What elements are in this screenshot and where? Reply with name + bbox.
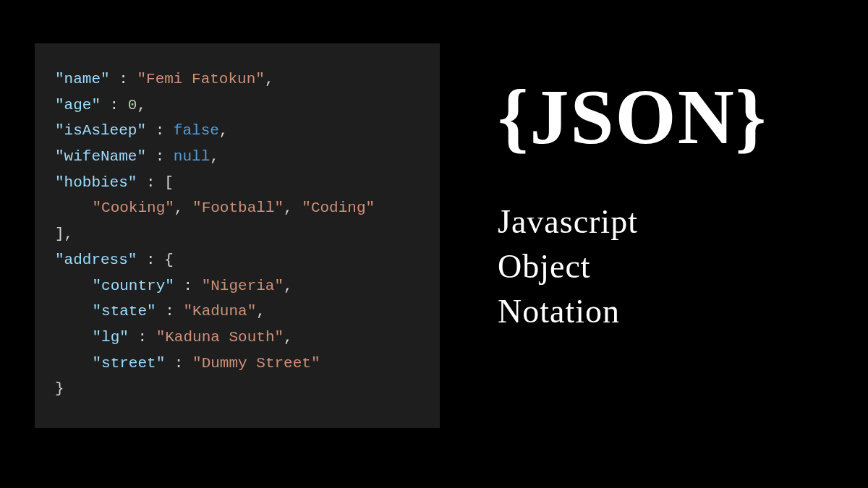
- code-line-name: "name" : "Femi Fatokun",: [55, 67, 420, 93]
- json-key: "country": [92, 278, 174, 294]
- code-line-hobbies-close: ],: [55, 221, 420, 247]
- json-value: "Kaduna": [183, 303, 256, 320]
- json-value: "Nigeria": [202, 278, 284, 294]
- json-key: "name": [55, 71, 110, 87]
- code-line-isasleep: "isAsleep" : false,: [55, 118, 420, 144]
- json-key: "street": [92, 355, 165, 372]
- title-panel: {JSON} Javascript Object Notation: [440, 35, 833, 334]
- code-line-hobbies-items: "Cooking", "Football", "Coding": [55, 195, 420, 221]
- subtitle-line: Object: [498, 244, 833, 289]
- json-value: "Coding": [302, 200, 375, 216]
- code-panel: "name" : "Femi Fatokun", "age" : 0, "isA…: [35, 43, 440, 428]
- json-key: "wifeName": [55, 148, 146, 165]
- code-line-address-close: }: [55, 376, 420, 402]
- code-line-country: "country" : "Nigeria",: [55, 273, 420, 299]
- json-key: "age": [55, 97, 101, 114]
- code-line-hobbies-open: "hobbies" : [: [55, 170, 420, 196]
- json-value: false: [174, 122, 219, 139]
- json-key: "lg": [92, 329, 128, 346]
- code-line-address-open: "address" : {: [55, 247, 420, 273]
- json-key: "isAsleep": [55, 122, 146, 139]
- json-heading: {JSON}: [498, 78, 833, 156]
- json-value: null: [174, 148, 210, 165]
- code-line-street: "street" : "Dummy Street": [55, 351, 420, 377]
- json-key: "state": [92, 303, 156, 320]
- json-value: "Football": [192, 200, 284, 216]
- code-line-lg: "lg" : "Kaduna South",: [55, 325, 420, 351]
- json-value: "Femi Fatokun": [137, 71, 264, 87]
- json-value: "Dummy Street": [192, 355, 320, 372]
- code-line-wifename: "wifeName" : null,: [55, 144, 420, 170]
- json-value: "Cooking": [92, 200, 174, 216]
- code-line-state: "state" : "Kaduna",: [55, 299, 420, 325]
- json-subtitle: Javascript Object Notation: [498, 200, 833, 334]
- json-value: "Kaduna South": [156, 329, 284, 346]
- code-line-age: "age" : 0,: [55, 93, 420, 119]
- json-key: "hobbies": [55, 174, 137, 191]
- subtitle-line: Javascript: [498, 200, 833, 244]
- subtitle-line: Notation: [498, 289, 833, 334]
- json-value: 0: [128, 97, 137, 114]
- json-key: "address": [55, 252, 137, 268]
